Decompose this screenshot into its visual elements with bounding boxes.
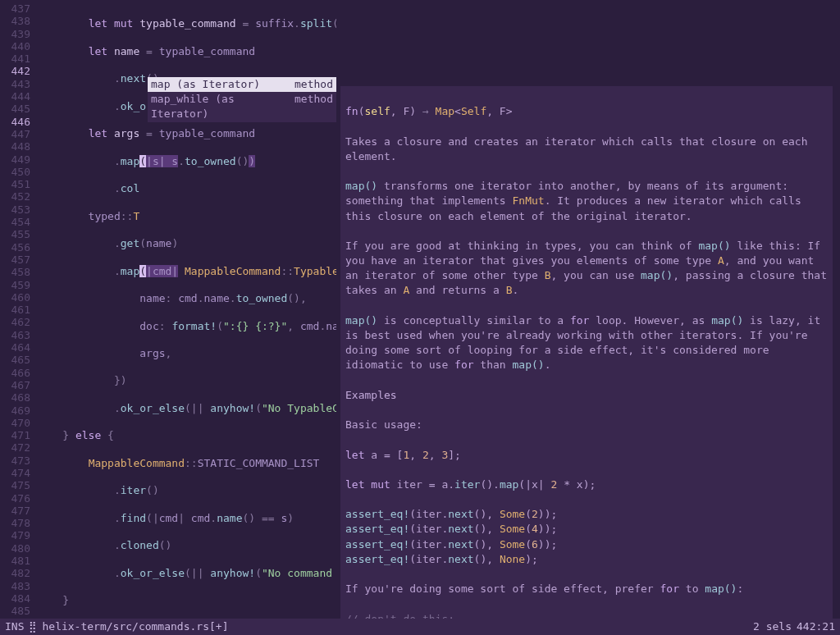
line-number: 458 xyxy=(0,265,30,277)
line-number: 477 xyxy=(0,504,30,516)
separator-icon: ⣿ xyxy=(29,619,37,634)
line-number: 468 xyxy=(0,391,30,403)
line-number: 463 xyxy=(0,328,30,340)
line-number: 457 xyxy=(0,253,30,265)
line-number: 449 xyxy=(0,153,30,165)
line-number: 473 xyxy=(0,454,30,466)
line-number: 440 xyxy=(0,39,30,52)
status-bar: INS ⣿ helix-term/src/commands.rs[+] 2 se… xyxy=(0,619,840,635)
completion-label: map_while (as Iterator) xyxy=(151,92,294,121)
line-number-active: 446 xyxy=(0,115,30,127)
line-number: 475 xyxy=(0,478,30,491)
selection-count: 2 sels xyxy=(753,619,792,634)
line-number: 459 xyxy=(0,278,30,290)
line-number: 438 xyxy=(0,14,30,26)
line-number: 443 xyxy=(0,77,30,89)
line-number: 461 xyxy=(0,303,30,315)
completion-item[interactable]: map_while (as Iterator) method xyxy=(148,92,336,121)
file-path: helix-term/src/commands.rs[+] xyxy=(42,619,228,634)
mode-indicator: INS xyxy=(5,619,24,634)
line-number: 455 xyxy=(0,227,30,240)
line-number: 479 xyxy=(0,528,30,541)
completion-popup[interactable]: map (as Iterator) method map_while (as I… xyxy=(148,77,336,122)
line-number: 448 xyxy=(0,139,30,152)
line-number: 445 xyxy=(0,102,30,114)
line-number: 484 xyxy=(0,592,30,604)
line-number: 447 xyxy=(0,127,30,139)
line-number: 437 xyxy=(0,2,30,14)
line-number: 469 xyxy=(0,404,30,416)
line-number: 480 xyxy=(0,541,30,554)
line-number: 470 xyxy=(0,416,30,428)
line-number: 456 xyxy=(0,240,30,253)
line-number: 444 xyxy=(0,89,30,102)
line-number: 452 xyxy=(0,190,30,202)
line-number: 465 xyxy=(0,353,30,365)
completion-kind: method xyxy=(294,77,333,92)
line-number: 481 xyxy=(0,554,30,566)
line-number: 467 xyxy=(0,378,30,391)
line-number: 474 xyxy=(0,466,30,478)
completion-kind: method xyxy=(294,92,333,121)
line-number: 439 xyxy=(0,27,30,39)
line-number: 454 xyxy=(0,215,30,227)
line-number: 485 xyxy=(0,604,30,616)
line-number: 483 xyxy=(0,579,30,592)
line-number: 460 xyxy=(0,290,30,303)
line-number: 466 xyxy=(0,366,30,378)
cursor-position: 442:21 xyxy=(797,619,835,634)
line-number: 478 xyxy=(0,516,30,528)
line-number: 471 xyxy=(0,428,30,441)
line-number-active: 442 xyxy=(0,64,30,76)
line-number: 464 xyxy=(0,340,30,353)
line-number: 476 xyxy=(0,491,30,504)
line-number-gutter: 437 438 439 440 441 442 443 444 445 446 … xyxy=(0,0,37,619)
line-number: 482 xyxy=(0,566,30,578)
completion-item-selected[interactable]: map (as Iterator) method xyxy=(148,77,336,92)
documentation-popup: fn(self, F) → Map<Self, F> Takes a closu… xyxy=(340,86,833,635)
line-number: 451 xyxy=(0,177,30,190)
line-number: 450 xyxy=(0,165,30,177)
line-number: 472 xyxy=(0,441,30,453)
line-number: 453 xyxy=(0,203,30,215)
line-number: 462 xyxy=(0,315,30,327)
line-number: 441 xyxy=(0,52,30,64)
completion-label: map (as Iterator) xyxy=(151,77,260,92)
